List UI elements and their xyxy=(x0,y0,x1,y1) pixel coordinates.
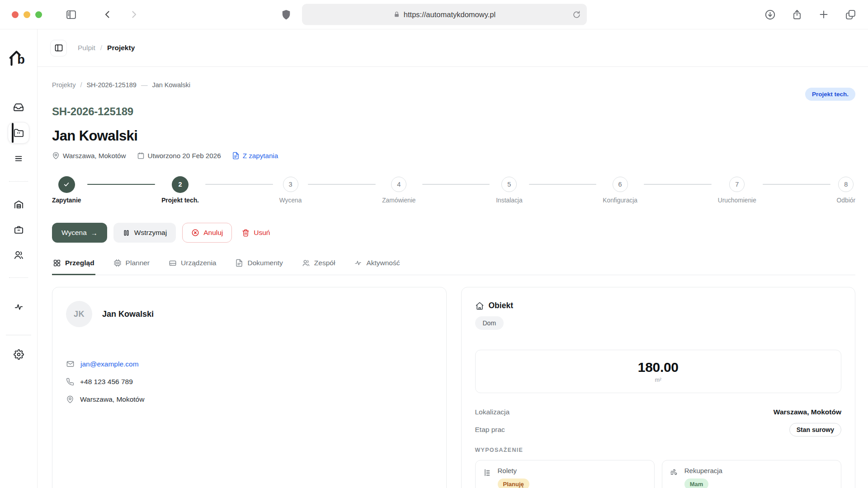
status-badge: Projekt tech. xyxy=(805,88,855,101)
equipment-section-title: WYPOSAŻENIE xyxy=(475,447,842,453)
sidebar-item-buildings[interactable] xyxy=(8,193,29,215)
reload-icon[interactable] xyxy=(572,10,581,19)
traffic-lights xyxy=(12,11,42,18)
step-odbior[interactable]: 8 Odbiór xyxy=(837,176,855,204)
grid-icon xyxy=(53,259,61,267)
step-connector xyxy=(87,184,155,185)
tab-dokumenty[interactable]: Dokumenty xyxy=(234,258,283,275)
tab-bar: Przegląd Planner Urządzenia xyxy=(52,258,855,275)
breadcrumb-client-name: Jan Kowalski xyxy=(152,81,190,89)
object-card: Obiekt Dom 180.00 m² Lokalizacja Warszaw… xyxy=(461,287,856,488)
area-unit: m² xyxy=(480,377,837,383)
arrow-right-icon: → xyxy=(91,229,98,237)
breadcrumb-parent[interactable]: Pulpit xyxy=(78,44,95,52)
source-inquiry-link[interactable]: Z zapytania xyxy=(232,152,278,160)
sidebar-item-list[interactable] xyxy=(8,148,29,169)
advance-to-wycena-button[interactable]: Wycena→ xyxy=(52,223,107,243)
breadcrumb: Pulpit / Projekty xyxy=(78,44,135,52)
cancel-button[interactable]: Anuluj xyxy=(182,223,232,243)
blinds-icon xyxy=(483,468,492,477)
tab-planner[interactable]: Planner xyxy=(113,258,151,275)
browser-chrome: https://automatykdomowy.pl xyxy=(0,0,868,29)
project-stepper: Zapytanie 2 Projekt tech. 3 Wycena 4 Zam… xyxy=(52,176,855,204)
file-text-icon xyxy=(232,152,240,160)
new-tab-icon[interactable] xyxy=(818,9,829,20)
users-icon xyxy=(302,259,310,267)
share-icon[interactable] xyxy=(792,9,802,20)
sidebar-item-clients[interactable] xyxy=(8,244,29,266)
equipment-rekuperacja: Rekuperacja Mam xyxy=(662,460,841,488)
step-wycena[interactable]: 3 Wycena xyxy=(279,176,302,204)
lock-icon xyxy=(393,11,400,18)
delete-button[interactable]: Usuń xyxy=(238,223,274,243)
document-icon xyxy=(235,259,243,267)
step-konfiguracja[interactable]: 6 Konfiguracja xyxy=(603,176,637,204)
tab-przeglad[interactable]: Przegląd xyxy=(52,258,95,275)
mail-icon xyxy=(66,360,75,368)
url-text: https://automatykdomowy.pl xyxy=(404,10,495,19)
project-breadcrumb: Projekty / SH-2026-125189 — Jan Kowalski xyxy=(52,81,190,89)
tab-zespol[interactable]: Zespół xyxy=(301,258,336,275)
sidebar-divider xyxy=(9,277,28,278)
app-logo[interactable]: b xyxy=(8,49,29,67)
equipment-status-badge: Mam xyxy=(684,479,709,488)
privacy-shield-icon[interactable] xyxy=(281,9,291,20)
downloads-icon[interactable] xyxy=(764,9,776,20)
phone-number: +48 123 456 789 xyxy=(80,378,133,386)
step-uruchomienie[interactable]: 7 Uruchomienie xyxy=(718,176,756,204)
location-row: Lokalizacja Warszawa, Mokotów xyxy=(475,405,842,419)
step-zapytanie[interactable]: Zapytanie xyxy=(52,176,81,204)
map-pin-icon xyxy=(52,152,60,160)
pause-button[interactable]: Wstrzymaj xyxy=(113,223,176,243)
zoom-window-button[interactable] xyxy=(35,11,42,18)
active-indicator xyxy=(12,123,14,143)
object-card-title: Obiekt xyxy=(489,301,513,310)
settings-gear-icon[interactable] xyxy=(8,343,29,365)
step-connector xyxy=(205,184,273,185)
address-bar[interactable]: https://automatykdomowy.pl xyxy=(302,4,587,25)
email-link[interactable]: jan@example.com xyxy=(80,360,139,368)
contact-card: JK Jan Kowalski jan@example.com xyxy=(52,287,447,488)
equipment-rolety: Rolety Planuję xyxy=(475,460,655,488)
phone-icon xyxy=(66,378,74,386)
breadcrumb-project-id[interactable]: SH-2026-125189 xyxy=(86,81,136,89)
calendar-icon xyxy=(137,152,145,160)
minimize-window-button[interactable] xyxy=(24,11,30,18)
sidebar-divider xyxy=(9,181,28,182)
sidebar-collapse-icon[interactable] xyxy=(50,40,67,56)
contact-phone-row: +48 123 456 789 xyxy=(66,378,433,386)
tab-urzadzenia[interactable]: Urządzenia xyxy=(168,258,217,275)
close-window-button[interactable] xyxy=(12,11,19,18)
step-connector xyxy=(308,184,376,185)
equipment-status-badge: Planuję xyxy=(498,479,529,488)
step-projekt-tech[interactable]: 2 Projekt tech. xyxy=(161,176,199,204)
breadcrumb-projects-link[interactable]: Projekty xyxy=(52,81,75,89)
step-connector xyxy=(763,184,830,185)
forward-icon[interactable] xyxy=(128,9,139,20)
contact-email-row: jan@example.com xyxy=(66,360,433,368)
activity-icon xyxy=(354,259,362,267)
hard-drive-icon xyxy=(169,259,177,267)
x-circle-icon xyxy=(191,229,199,237)
project-created: Utworzono 20 Feb 2026 xyxy=(137,152,221,160)
step-instalacja[interactable]: 5 Instalacja xyxy=(496,176,522,204)
project-location: Warszawa, Mokotów xyxy=(52,152,126,160)
object-type-badge: Dom xyxy=(475,316,504,330)
sidebar-item-toolbox[interactable] xyxy=(8,219,29,240)
area-metric: 180.00 m² xyxy=(475,350,842,393)
sidebar-item-activity[interactable] xyxy=(8,296,29,318)
home-icon xyxy=(475,301,484,310)
sidebar-item-projects[interactable] xyxy=(8,122,29,144)
browser-sidebar-toggle-icon[interactable] xyxy=(66,9,77,20)
check-icon xyxy=(58,176,75,193)
page-header: Pulpit / Projekty xyxy=(38,29,868,67)
page-title: Jan Kowalski xyxy=(52,128,855,144)
tab-aktywnosc[interactable]: Aktywność xyxy=(353,258,401,275)
contact-location-row: Warszawa, Mokotów xyxy=(66,395,433,404)
tab-overview-icon[interactable] xyxy=(845,9,856,20)
project-id: SH-2026-125189 xyxy=(52,105,855,118)
step-zamowienie[interactable]: 4 Zamówienie xyxy=(382,176,415,204)
sidebar-item-inbox[interactable] xyxy=(8,96,29,118)
back-icon[interactable] xyxy=(102,9,113,20)
step-connector xyxy=(644,184,712,185)
